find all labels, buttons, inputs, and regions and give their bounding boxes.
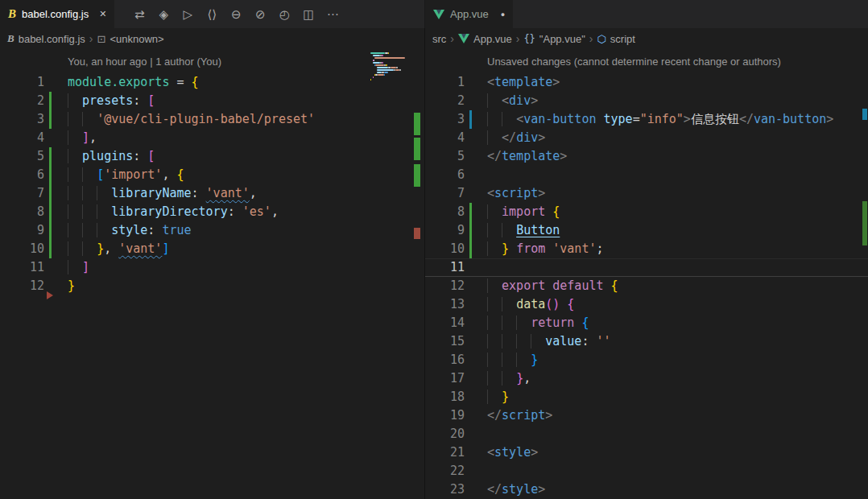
breadcrumb-item[interactable]: Bbabel.config.js <box>7 32 85 45</box>
code-line[interactable]: 6 <box>425 166 868 184</box>
code-line[interactable]: 21<style> <box>425 443 868 462</box>
code-line[interactable]: 3 '@vue/cli-plugin-babel/preset' <box>0 110 424 129</box>
code-line[interactable]: 15 value: '' <box>425 332 868 351</box>
code-line[interactable]: 7 libraryName: 'vant', <box>0 184 424 203</box>
breadcrumb-separator: › <box>89 32 93 45</box>
run-or-debug-icon[interactable]: ◈ <box>151 0 176 28</box>
line-number: 19 <box>425 406 465 425</box>
code-text: <template> <box>487 73 560 92</box>
code-text: module.exports = { <box>68 73 199 92</box>
code-line[interactable]: 10 }, 'vant'] <box>0 240 424 258</box>
line-number: 14 <box>425 314 465 332</box>
breadcrumb-item[interactable]: App.vue <box>458 33 512 45</box>
code-area-right[interactable]: 1<template>2 <div>3 <van-button type="in… <box>425 73 868 499</box>
code-line[interactable]: 2 <div> <box>425 92 868 110</box>
split-editor-icon[interactable]: ◫ <box>296 0 320 28</box>
tab-bar: B babel.config.js ✕ ⇄◈▷⟨⟩⊖⊘◴◫⋯ App.vue ● <box>0 0 868 28</box>
slash-circle-icon[interactable]: ⊘ <box>248 0 272 28</box>
overview-ruler-left[interactable] <box>408 28 424 499</box>
gutter-decoration <box>469 129 472 147</box>
line-number: 5 <box>0 147 44 166</box>
minimap[interactable] <box>369 50 407 82</box>
overview-mark-added <box>414 164 420 187</box>
line-number: 3 <box>0 110 44 129</box>
codelens-blame[interactable]: You, an hour ago | 1 author (You) <box>0 49 424 73</box>
code-line[interactable]: 4 ], <box>0 129 424 147</box>
gutter-decoration <box>49 258 52 277</box>
line-number: 3 <box>425 110 465 129</box>
code-line[interactable]: 13 data() { <box>425 295 868 314</box>
overview-ruler-right[interactable] <box>862 28 868 499</box>
code-text: }, <box>487 369 531 388</box>
code-line[interactable]: 20 <box>425 425 868 443</box>
code-text: ] <box>68 258 89 277</box>
tab-app-vue[interactable]: App.vue ● <box>425 0 513 28</box>
gutter-decoration <box>49 147 52 166</box>
code-line[interactable]: 12 export default { <box>425 277 868 295</box>
close-icon[interactable]: ✕ <box>99 9 106 19</box>
line-number: 6 <box>425 166 465 184</box>
code-line[interactable]: 17 }, <box>425 369 868 388</box>
gutter-decoration <box>49 129 52 147</box>
code-text: libraryName: 'vant', <box>68 184 257 203</box>
code-text: }, 'vant'] <box>68 240 169 258</box>
code-preview-icon[interactable]: ⟨⟩ <box>200 0 224 28</box>
code-line[interactable]: 2 presets: [ <box>0 92 424 110</box>
code-line[interactable]: 16 } <box>425 351 868 369</box>
line-number: 6 <box>0 166 44 184</box>
more-actions-icon[interactable]: ⋯ <box>320 0 345 28</box>
gutter-decoration <box>469 480 472 499</box>
code-line[interactable]: 11 ] <box>0 258 424 277</box>
code-line[interactable]: 3 <van-button type="info">信息按钮</van-butt… <box>425 110 868 129</box>
code-text: <div> <box>487 92 538 110</box>
code-line[interactable]: 10 } from 'vant'; <box>425 240 868 258</box>
breadcrumb-item[interactable]: ⊡<unknown> <box>97 33 163 45</box>
line-number: 20 <box>425 425 465 443</box>
code-line[interactable]: 8 import { <box>425 203 868 221</box>
code-line[interactable]: 22 <box>425 462 868 480</box>
line-number: 4 <box>0 129 44 147</box>
line-number: 15 <box>425 332 465 351</box>
code-line[interactable]: 5</template> <box>425 147 868 166</box>
code-line[interactable]: 4 </div> <box>425 129 868 147</box>
gutter-decoration <box>49 203 52 221</box>
gutter-decoration <box>469 295 472 314</box>
line-number: 8 <box>0 203 44 221</box>
gutter-decoration <box>49 277 52 295</box>
symbol-unknown-icon: ⊡ <box>97 33 105 45</box>
code-line[interactable]: 11 <box>425 258 868 277</box>
code-line[interactable]: 5 plugins: [ <box>0 147 424 166</box>
code-line[interactable]: 18 } <box>425 388 868 406</box>
code-line[interactable]: 14 return { <box>425 314 868 332</box>
editor-pane-left: Bbabel.config.js›⊡<unknown> You, an hour… <box>0 28 424 499</box>
code-area-left[interactable]: 1module.exports = {2 presets: [3 '@vue/c… <box>0 73 424 295</box>
code-text: style: true <box>68 221 192 240</box>
breadcrumb-item[interactable]: src <box>432 33 446 45</box>
gutter-decoration <box>49 166 52 184</box>
open-changes-icon[interactable]: ⇄ <box>127 0 151 28</box>
tab-label: babel.config.js <box>22 8 89 20</box>
code-line[interactable]: 8 libraryDirectory: 'es', <box>0 203 424 221</box>
breadcrumb-label: App.vue <box>473 33 512 45</box>
babel-icon: B <box>8 7 16 21</box>
code-line[interactable]: 1<template> <box>425 73 868 92</box>
code-line[interactable]: 9 style: true <box>0 221 424 240</box>
run-icon[interactable]: ▷ <box>176 0 200 28</box>
modified-dot-icon[interactable]: ● <box>501 10 505 19</box>
code-line[interactable]: 7<script> <box>425 184 868 203</box>
tab-babel-config-js[interactable]: B babel.config.js ✕ <box>0 0 114 28</box>
code-text: } from 'vant'; <box>487 240 604 258</box>
breadcrumb-item[interactable]: ⬡script <box>597 33 634 45</box>
circle-dash-icon[interactable]: ⊖ <box>224 0 248 28</box>
code-line[interactable]: 9 Button <box>425 221 868 240</box>
code-line[interactable]: 23</style> <box>425 480 868 499</box>
codelens-text: You, an hour ago | 1 author (You) <box>68 56 221 68</box>
breadcrumb-item[interactable]: {}"App.vue" <box>523 33 585 45</box>
preview-icon[interactable]: ◴ <box>272 0 296 28</box>
code-line[interactable]: 12} <box>0 277 424 295</box>
code-line[interactable]: 19</script> <box>425 406 868 425</box>
codelens-unsaved[interactable]: Unsaved changes (cannot determine recent… <box>425 49 868 73</box>
code-line[interactable]: 6 ['import', { <box>0 166 424 184</box>
gutter-decoration <box>469 258 472 277</box>
code-line[interactable]: 1module.exports = { <box>0 73 424 92</box>
